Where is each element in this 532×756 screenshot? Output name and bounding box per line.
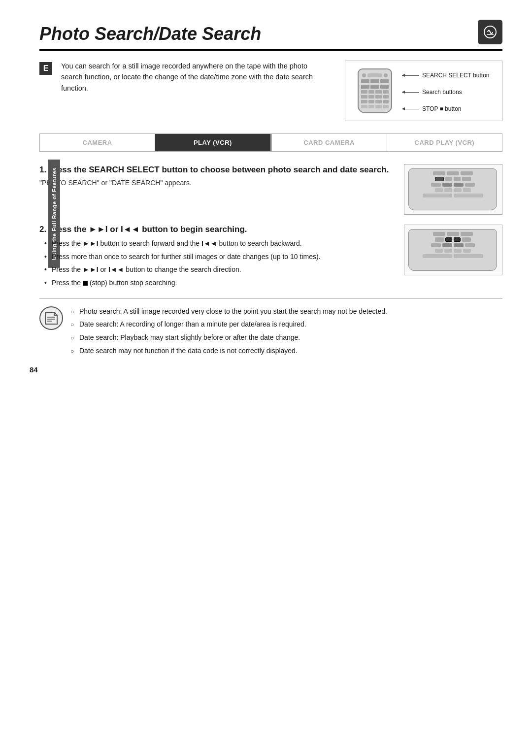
step-1-subtitle: "PHOTO SEARCH" or "DATE SEARCH" appears.	[39, 179, 394, 187]
step-2-bullets: Press the ►►I button to search forward a…	[39, 238, 394, 289]
step-2-title: 2. Press the ►►I or I◄◄ button to begin …	[39, 225, 394, 234]
note-2: Date search: A recording of longer than …	[70, 319, 502, 330]
note-content: Photo search: A still image recorded ver…	[70, 306, 502, 359]
intro-paragraph: You can search for a still image recorde…	[61, 61, 330, 94]
remote-label-3: STOP ■ button	[422, 104, 462, 113]
note-section: Photo search: A still image recorded ver…	[39, 298, 502, 359]
page-title: Photo Search/Date Search	[39, 24, 261, 44]
page-title-bar: Photo Search/Date Search	[39, 20, 502, 51]
remote-labels: SEARCH SELECT button Search buttons STOP…	[402, 68, 495, 113]
e-badge: E	[39, 62, 52, 75]
note-icon	[39, 306, 63, 330]
tab-bar: CAMERA PLAY (VCR) CARD CAMERA CARD PLAY …	[39, 133, 502, 152]
step2-diagram	[404, 225, 502, 275]
remote-label-2: Search buttons	[422, 88, 462, 97]
step-1-section: 1. Press the SEARCH SELECT button to cho…	[39, 164, 502, 215]
tab-card-camera: CARD CAMERA	[272, 134, 387, 151]
remote-diagram: SEARCH SELECT button Search buttons STOP…	[345, 61, 502, 121]
note-1: Photo search: A still image recorded ver…	[70, 306, 502, 317]
note-3: Date search: Playback may start slightly…	[70, 332, 502, 343]
page-number: 84	[30, 365, 38, 374]
note-4: Date search may not function if the data…	[70, 346, 502, 357]
bullet-4: Press the (stop) button stop searching.	[44, 278, 394, 289]
step-1-title: 1. Press the SEARCH SELECT button to cho…	[39, 164, 394, 176]
intro-text-block: E You can search for a still image recor…	[39, 61, 330, 121]
bullet-2: Press more than once to search for furth…	[44, 252, 394, 263]
tab-card-play-vcr: CARD PLAY (VCR)	[387, 134, 502, 151]
bullet-3: Press the ►►I or I◄◄ button to change th…	[44, 264, 394, 275]
remote-label-1: SEARCH SELECT button	[422, 71, 490, 80]
intro-section: E You can search for a still image recor…	[39, 61, 502, 121]
bullet-1: Press the ►►I button to search forward a…	[44, 238, 394, 249]
title-icon	[478, 20, 502, 44]
step1-diagram	[404, 164, 502, 215]
tab-camera: CAMERA	[40, 134, 155, 151]
step-2-section: 2. Press the ►►I or I◄◄ button to begin …	[39, 225, 502, 291]
tab-play-vcr: PLAY (VCR)	[155, 134, 270, 151]
